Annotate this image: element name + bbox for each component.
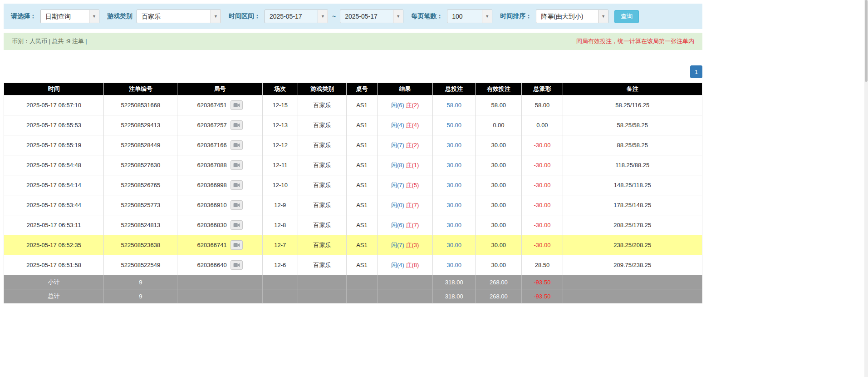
cell-remark: 209.75/238.25	[563, 255, 702, 275]
subtotal-count: 9	[104, 275, 177, 289]
round-id: 620366998	[197, 182, 227, 188]
cell-total-bet: 50.00	[433, 115, 476, 135]
cell-total-bet: 30.00	[433, 135, 476, 155]
video-replay-button[interactable]	[230, 100, 243, 110]
cell-round: 620366741	[177, 235, 262, 255]
bet-records-table: 时间 注单编号 局号 场次 游戏类别 桌号 结果 总投注 有效投注 总派彩 备注…	[4, 83, 702, 303]
video-replay-button[interactable]	[230, 140, 243, 150]
footer-empty-cell	[298, 275, 346, 289]
cell-table: AS1	[346, 135, 377, 155]
col-remark: 备注	[563, 83, 702, 95]
cell-valid-bet: 30.00	[476, 195, 522, 215]
sort-value: 降幂(由大到小)	[536, 10, 598, 23]
footer-empty-cell	[346, 275, 377, 289]
total-bet-link[interactable]: 58.00	[446, 102, 461, 109]
col-result: 结果	[378, 83, 433, 95]
cell-game: 百家乐	[298, 235, 346, 255]
video-icon	[233, 163, 240, 168]
video-icon	[233, 103, 240, 108]
cell-payout: 0.00	[522, 115, 563, 135]
total-row: 总计 9 318.00 268.00 -93.50	[4, 289, 702, 303]
result-banker: 庄(1)	[406, 162, 419, 169]
cell-table: AS1	[346, 215, 377, 235]
cell-payout: 58.00	[522, 95, 563, 115]
result-banker: 庄(2)	[406, 142, 419, 149]
cell-result: 闲(4) 庄(4)	[378, 115, 433, 135]
date-from-value: 2025-05-17	[265, 10, 318, 23]
table-body: 2025-05-17 06:57:10522508531668620367451…	[4, 95, 702, 275]
footer-empty-cell	[563, 275, 702, 289]
cell-result: 闲(6) 庄(2)	[378, 95, 433, 115]
time-range-label: 时间区间：	[229, 12, 260, 20]
cell-remark: 88.25/58.25	[563, 135, 702, 155]
cell-bet-id: 522508522549	[104, 255, 177, 275]
total-bet-link[interactable]: 50.00	[446, 122, 461, 129]
total-bet-link[interactable]: 30.00	[446, 222, 461, 228]
cell-result: 闲(7) 庄(2)	[378, 135, 433, 155]
total-bet-link[interactable]: 30.00	[446, 182, 461, 188]
cell-table: AS1	[346, 95, 377, 115]
round-id: 620366830	[197, 222, 227, 228]
cell-table: AS1	[346, 255, 377, 275]
cell-bet-id: 522508528449	[104, 135, 177, 155]
per-page-select[interactable]: 100 ▼	[447, 10, 492, 23]
cell-round: 620367088	[177, 155, 262, 175]
col-round: 局号	[177, 83, 262, 95]
result-player: 闲(7)	[391, 242, 404, 248]
cell-round: 620367257	[177, 115, 262, 135]
cell-session: 12-15	[262, 95, 298, 115]
cell-time: 2025-05-17 06:57:10	[4, 95, 104, 115]
result-player: 闲(0)	[391, 202, 404, 208]
cell-payout: -30.00	[522, 155, 563, 175]
query-button[interactable]: 查询	[614, 10, 639, 23]
total-bet-link[interactable]: 30.00	[446, 262, 461, 268]
video-icon	[233, 123, 240, 128]
result-player: 闲(7)	[391, 182, 404, 188]
table-row: 2025-05-17 06:54:48522508527630620367088…	[4, 155, 702, 175]
pagination: 1	[4, 65, 702, 78]
cell-session: 12-12	[262, 135, 298, 155]
query-type-select[interactable]: 日期查询 ▼	[40, 10, 99, 23]
video-replay-button[interactable]	[230, 200, 243, 210]
total-bet-link[interactable]: 30.00	[446, 162, 461, 169]
result-banker: 庄(4)	[406, 122, 419, 129]
video-replay-button[interactable]	[230, 160, 243, 170]
video-replay-button[interactable]	[230, 260, 243, 270]
cell-result: 闲(7) 庄(3)	[378, 235, 433, 255]
vertical-scrollbar[interactable]	[864, 0, 868, 377]
cell-game: 百家乐	[298, 135, 346, 155]
round-id: 620367257	[197, 122, 227, 129]
total-bet-link[interactable]: 30.00	[446, 242, 461, 248]
total-bet-link[interactable]: 30.00	[446, 142, 461, 149]
cell-total-bet: 30.00	[433, 235, 476, 255]
round-id: 620366640	[197, 262, 227, 268]
video-replay-button[interactable]	[230, 220, 243, 230]
video-replay-button[interactable]	[230, 180, 243, 190]
cell-session: 12-10	[262, 175, 298, 195]
cell-remark: 148.25/118.25	[563, 175, 702, 195]
total-label: 总计	[4, 289, 104, 303]
date-to-select[interactable]: 2025-05-17 ▼	[340, 10, 403, 23]
cell-table: AS1	[346, 115, 377, 135]
cell-table: AS1	[346, 195, 377, 215]
result-banker: 庄(3)	[406, 242, 419, 248]
subtotal-label: 小计	[4, 275, 104, 289]
total-bet-link[interactable]: 30.00	[446, 202, 461, 208]
cell-game: 百家乐	[298, 175, 346, 195]
page-button-1[interactable]: 1	[690, 65, 702, 78]
col-session: 场次	[262, 83, 298, 95]
result-banker: 庄(8)	[406, 262, 419, 268]
cell-round: 620367166	[177, 135, 262, 155]
sort-select[interactable]: 降幂(由大到小) ▼	[536, 10, 608, 23]
result-player: 闲(6)	[391, 102, 404, 109]
game-type-select[interactable]: 百家乐 ▼	[137, 10, 221, 23]
subtotal-row: 小计 9 318.00 268.00 -93.50	[4, 275, 702, 289]
range-separator: ~	[332, 13, 336, 20]
round-id: 620366910	[197, 202, 227, 208]
video-replay-button[interactable]	[230, 240, 243, 250]
video-replay-button[interactable]	[230, 120, 243, 130]
result-banker: 庄(5)	[406, 182, 419, 188]
scrollbar-thumb[interactable]	[865, 0, 868, 82]
col-payout: 总派彩	[522, 83, 563, 95]
date-from-select[interactable]: 2025-05-17 ▼	[265, 10, 328, 23]
